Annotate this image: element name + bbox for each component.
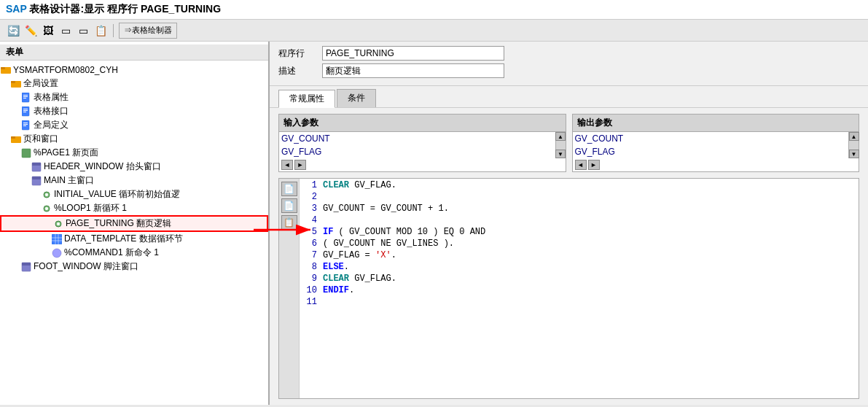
tree-icon-page_turning <box>52 218 64 230</box>
toolbar-icon-box1[interactable]: ▭ <box>58 23 73 38</box>
tree-label-header_win: HEADER_WINDOW 抬头窗口 <box>44 160 161 173</box>
input-params-nav: ◄ ► <box>279 158 566 171</box>
line-number-11: 11 <box>302 297 317 307</box>
output-param-1: GV_COUNT <box>573 132 849 145</box>
tree-label-loop1: %LOOP1 新循环 1 <box>54 202 127 214</box>
tabs-bar: 常规属性 条件 <box>270 86 868 108</box>
code-tool-3[interactable]: 📋 <box>281 215 297 230</box>
output-params-header: 输出参数 <box>573 115 859 132</box>
svg-rect-1 <box>1 67 5 69</box>
label-desc: 描述 <box>278 65 322 77</box>
tree-item-data_template[interactable]: DATA_TEMPLATE 数据循环节 <box>0 232 268 246</box>
tree-item-page_turning[interactable]: PAGE_TURNING 翻页逻辑 <box>0 215 268 232</box>
svg-rect-36 <box>22 263 31 265</box>
tree-container: YSMARTFORM0802_CYH全局设置表格属性表格接口全局定义页和窗口%P… <box>0 63 268 274</box>
tab-general[interactable]: 常规属性 <box>278 90 335 108</box>
input-nav-right[interactable]: ► <box>294 160 306 170</box>
toolbar-icon-refresh[interactable]: 🔄 <box>6 23 20 38</box>
line-number-3: 3 <box>302 204 317 214</box>
input-params-section: 输入参数 GV_COUNT GV_FLAG ▲ ▼ ◄ ► <box>278 114 566 172</box>
line-content-6: ( GV_COUNT NE GV_LINES ). <box>323 239 856 249</box>
svg-rect-9 <box>23 109 28 109</box>
tree-icon-interface <box>20 106 32 117</box>
line-content-3: GV_COUNT = GV_COUNT + 1. <box>323 204 856 214</box>
svg-rect-18 <box>22 149 31 158</box>
output-nav-left[interactable]: ◄ <box>575 160 587 170</box>
svg-point-26 <box>45 207 48 210</box>
tree-icon-globaldef <box>20 120 32 131</box>
input-param-1: GV_COUNT <box>279 132 555 145</box>
left-panel: 表单 YSMARTFORM0802_CYH全局设置表格属性表格接口全局定义页和窗… <box>0 42 270 405</box>
tree-icon-header_win <box>31 161 42 173</box>
tree-icon-global <box>10 78 22 90</box>
input-param-2: GV_FLAG <box>279 145 555 158</box>
right-panel: 程序行 描述 常规属性 条件 输入参数 GV_COUNT GV_FLAG <box>270 42 868 405</box>
svg-point-28 <box>57 222 60 225</box>
tree-item-header_win[interactable]: HEADER_WINDOW 抬头窗口 <box>0 160 268 174</box>
svg-rect-3 <box>11 81 15 83</box>
toolbar-icon-copy[interactable]: 📋 <box>93 23 108 38</box>
tree-label-foot_win: FOOT_WINDOW 脚注窗口 <box>34 260 138 273</box>
tree-item-foot_win[interactable]: FOOT_WINDOW 脚注窗口 <box>0 260 268 274</box>
line-content-9: CLEAR GV_FLAG. <box>323 274 856 284</box>
tree-item-page1[interactable]: %PAGE1 新页面 <box>0 146 268 160</box>
output-params-section: 输出参数 GV_COUNT GV_FLAG ▲ ▼ ◄ ► <box>572 114 860 172</box>
tree-item-initial_val[interactable]: INITIAL_VALUE 循环前初始值逻 <box>0 187 268 201</box>
output-params-nav: ◄ ► <box>573 158 859 171</box>
tree-icon-command1 <box>51 247 63 259</box>
tree-item-interface[interactable]: 表格接口 <box>0 104 268 118</box>
toolbar-icon-box2[interactable]: ▭ <box>76 23 90 38</box>
output-nav-right[interactable]: ► <box>588 160 600 170</box>
output-param-2: GV_FLAG <box>573 145 849 158</box>
code-content[interactable]: 1CLEAR GV_FLAG.2 3GV_COUNT = GV_COUNT + … <box>300 179 859 398</box>
line-number-4: 4 <box>302 215 317 225</box>
code-line-4: 4 <box>302 215 856 227</box>
input-scroll-down[interactable]: ▼ <box>555 150 566 158</box>
left-panel-header: 表单 <box>0 44 268 61</box>
output-scroll-down[interactable]: ▼ <box>849 150 859 158</box>
tree-item-main_win[interactable]: MAIN 主窗口 <box>0 174 268 187</box>
input-scroll-up[interactable]: ▲ <box>555 132 566 141</box>
tree-item-global[interactable]: 全局设置 <box>0 77 268 90</box>
tree-label-page_turning: PAGE_TURNING 翻页逻辑 <box>66 217 171 230</box>
tree-label-prop: 表格属性 <box>34 91 69 104</box>
code-line-5: 5IF ( GV_COUNT MOD 10 ) EQ 0 AND <box>302 227 856 239</box>
toolbar-icon-display[interactable]: 🖼 <box>41 23 55 38</box>
code-tool-2[interactable]: 📄 <box>281 198 297 213</box>
toolbar-icon-edit[interactable]: ✏️ <box>23 23 38 38</box>
tree-label-data_template: DATA_TEMPLATE 数据循环节 <box>64 233 183 245</box>
svg-rect-20 <box>32 163 41 166</box>
input-desc[interactable] <box>322 63 504 78</box>
tree-item-command1[interactable]: %COMMAND1 新命令 1 <box>0 246 268 260</box>
input-nav-left[interactable]: ◄ <box>281 160 293 170</box>
tree-icon-root <box>0 64 12 76</box>
svg-rect-8 <box>22 106 29 116</box>
tree-item-pages[interactable]: 页和窗口 <box>0 132 268 146</box>
input-program[interactable] <box>322 46 504 61</box>
svg-rect-13 <box>23 123 28 123</box>
sap-prefix: SAP <box>6 3 27 15</box>
tree-label-main_win: MAIN 主窗口 <box>44 174 94 187</box>
code-tools: 📄 📄 📋 <box>279 179 300 398</box>
tree-icon-loop1 <box>41 203 52 214</box>
form-row-desc: 描述 <box>278 63 859 78</box>
line-number-6: 6 <box>302 239 317 249</box>
line-number-8: 8 <box>302 262 317 272</box>
tree-label-initial_val: INITIAL_VALUE 循环前初始值逻 <box>54 188 180 201</box>
tree-item-globaldef[interactable]: 全局定义 <box>0 118 268 132</box>
line-number-5: 5 <box>302 227 317 237</box>
svg-rect-29 <box>52 234 62 244</box>
tab-condition[interactable]: 条件 <box>337 89 376 107</box>
tree-item-prop[interactable]: 表格属性 <box>0 90 268 104</box>
tree-icon-pages <box>10 133 22 145</box>
form-row-program: 程序行 <box>278 46 859 61</box>
line-number-10: 10 <box>302 285 317 295</box>
code-line-11: 11 <box>302 297 856 309</box>
tree-item-loop1[interactable]: %LOOP1 新循环 1 <box>0 201 268 215</box>
tree-item-root[interactable]: YSMARTFORM0802_CYH <box>0 63 268 77</box>
code-line-1: 1CLEAR GV_FLAG. <box>302 180 856 192</box>
table-painter-button[interactable]: ⇒表格绘制器 <box>119 23 177 39</box>
input-params-scroll: GV_COUNT GV_FLAG ▲ ▼ <box>279 132 566 158</box>
output-scroll-up[interactable]: ▲ <box>849 132 859 141</box>
code-tool-1[interactable]: 📄 <box>281 182 297 196</box>
